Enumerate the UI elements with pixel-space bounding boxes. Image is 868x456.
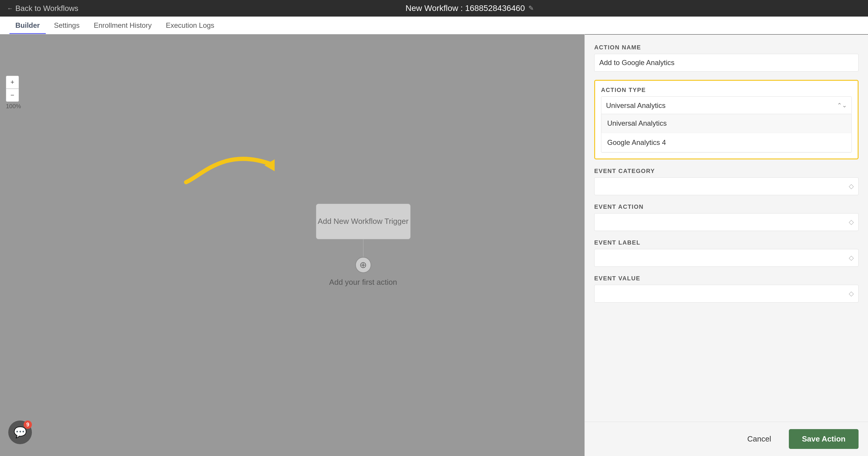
zoom-level: 100%: [6, 103, 19, 110]
topbar-center: New Workflow : 1688528436460 ✎: [405, 4, 534, 13]
event-label-label: EVENT LABEL: [594, 239, 859, 246]
add-action-label: Add your first action: [329, 278, 397, 287]
event-label-section: EVENT LABEL ◇: [594, 239, 859, 267]
zoom-controls: + −: [6, 76, 19, 102]
tag-icon-label: ◇: [849, 254, 854, 262]
tabs-bar: Builder Settings Enrollment History Exec…: [0, 17, 868, 34]
event-category-input[interactable]: [594, 177, 859, 195]
zoom-in-button[interactable]: +: [6, 76, 19, 89]
event-category-section: EVENT CATEGORY ◇: [594, 168, 859, 195]
event-action-input[interactable]: [594, 213, 859, 231]
tab-execution-logs[interactable]: Execution Logs: [160, 18, 220, 34]
action-type-label: ACTION TYPE: [601, 87, 852, 93]
event-value-input[interactable]: [594, 285, 859, 303]
panel-body: ACTION NAME ACTION TYPE Universal Analyt…: [585, 35, 868, 422]
chat-icon: 💬: [13, 426, 27, 438]
arrow-annotation: [177, 123, 295, 213]
dropdown-option-ga4[interactable]: Google Analytics 4: [601, 133, 851, 152]
connector-line: [363, 239, 364, 257]
workflow-trigger-box[interactable]: Add New Workflow Trigger: [316, 204, 410, 239]
event-category-input-wrapper: ◇: [594, 177, 859, 195]
cancel-button[interactable]: Cancel: [735, 429, 783, 449]
zoom-out-button[interactable]: −: [6, 89, 19, 102]
dropdown-options: Universal Analytics Google Analytics 4: [601, 114, 852, 152]
topbar: ← Back to Workflows New Workflow : 16885…: [0, 0, 868, 17]
tag-icon-category: ◇: [849, 182, 854, 190]
tag-icon-value: ◇: [849, 290, 854, 297]
back-to-workflows-link[interactable]: Back to Workflows: [16, 4, 78, 13]
action-name-section: ACTION NAME: [594, 44, 859, 72]
panel-footer: Cancel Save Action: [585, 422, 868, 456]
event-label-input-wrapper: ◇: [594, 249, 859, 267]
action-name-label: ACTION NAME: [594, 44, 859, 51]
tab-enrollment-history[interactable]: Enrollment History: [88, 18, 157, 34]
save-action-button[interactable]: Save Action: [789, 429, 859, 449]
chat-bubble[interactable]: 💬 9: [8, 421, 32, 444]
right-panel: Google Analytics Fire an event in Google…: [585, 0, 868, 456]
action-type-select[interactable]: Universal Analytics Google Analytics 4: [601, 96, 852, 114]
action-type-section: ACTION TYPE Universal Analytics Google A…: [594, 80, 859, 160]
add-action-button[interactable]: ⊕: [355, 257, 371, 273]
event-value-section: EVENT VALUE ◇: [594, 275, 859, 303]
dropdown-option-universal[interactable]: Universal Analytics: [601, 114, 851, 133]
back-arrow-icon: ←: [7, 5, 13, 12]
action-type-select-wrapper: Universal Analytics Google Analytics 4 ⌃…: [601, 96, 852, 114]
event-action-label: EVENT ACTION: [594, 203, 859, 210]
event-action-section: EVENT ACTION ◇: [594, 203, 859, 231]
tab-builder[interactable]: Builder: [9, 18, 46, 34]
tag-icon-action: ◇: [849, 218, 854, 226]
event-value-input-wrapper: ◇: [594, 285, 859, 303]
event-category-label: EVENT CATEGORY: [594, 168, 859, 174]
topbar-left: ← Back to Workflows: [7, 4, 78, 13]
workflow-title: New Workflow : 1688528436460: [405, 4, 525, 13]
chat-badge: 9: [24, 421, 32, 429]
tab-settings[interactable]: Settings: [48, 18, 86, 34]
event-label-input[interactable]: [594, 249, 859, 267]
event-value-label: EVENT VALUE: [594, 275, 859, 282]
edit-icon[interactable]: ✎: [528, 4, 534, 12]
action-name-input[interactable]: [594, 54, 859, 72]
event-action-input-wrapper: ◇: [594, 213, 859, 231]
